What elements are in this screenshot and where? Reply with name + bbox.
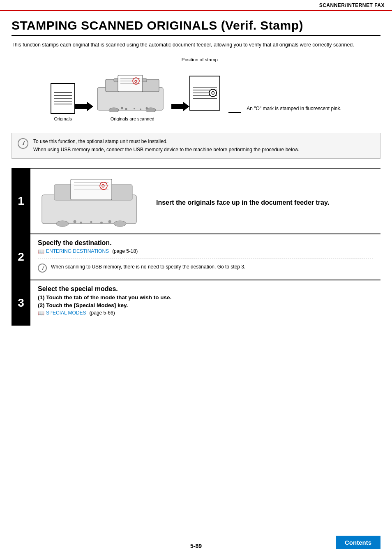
originals-label: Originals [54,116,71,121]
step-3-sub1: (1) Touch the tab of the mode that you w… [38,294,373,301]
step-1-content: O Insert the originals face up in the do… [30,169,380,234]
svg-marker-17 [171,102,189,111]
note-bullet-2: When using USB memory mode, connect the … [33,146,300,154]
note-bullet-1: To use this function, the optional stamp… [33,137,300,146]
svg-point-31 [100,222,103,224]
step-1-text: Insert the originals face up in the docu… [156,174,329,228]
intro-text: This function stamps each original that … [12,41,380,49]
step-3-sub2: (2) Touch the [Special Modes] key. [38,302,373,308]
step-2-block: 2 Specify the destination. 📖 ENTERING DE… [12,234,380,280]
step-3-link-text: SPECIAL MODES [46,310,86,316]
svg-point-32 [108,220,111,223]
step-2-inner: Specify the destination. 📖 ENTERING DEST… [30,234,380,280]
stamp-note: An "O" mark is stamped in fluorescent pi… [228,112,341,121]
step-1-number: 1 [12,169,30,234]
svg-text:O: O [134,79,137,83]
step-1-image: O [38,174,149,228]
step-2-link-suffix: (page 5-18) [112,248,138,254]
sub-note-text-2: When scanning to USB memory, there is no… [51,263,245,271]
header: SCANNER/INTERNET FAX [0,0,392,11]
stamp-note-text: An "O" mark is stamped in fluorescent pi… [247,105,341,112]
step-2-title: Specify the destination. [38,239,373,247]
svg-point-10 [109,108,119,112]
svg-point-29 [80,222,82,224]
footer: 5-89 Contents [0,527,392,555]
stamped-doc-col: O [189,76,220,121]
svg-point-12 [121,107,123,109]
svg-point-26 [56,221,69,227]
step-3-link-suffix: (page 5-66) [90,310,115,316]
svg-point-15 [140,109,141,110]
step-3-inner: Select the special modes. (1) Touch the … [30,280,380,326]
svg-text:O: O [101,184,105,188]
page-content: STAMPING SCANNED ORIGINALS (Verif. Stamp… [0,11,392,334]
diagram-wrapper: Originals [12,59,380,125]
svg-marker-0 [75,102,93,111]
dashed-divider-2 [38,259,373,259]
page-number: 5-89 [134,543,257,549]
step-2-number: 2 [12,234,30,280]
svg-point-16 [146,107,148,109]
scanner-svg: O [93,71,171,112]
svg-point-28 [74,220,76,223]
page-title: STAMPING SCANNED ORIGINALS (Verif. Stamp… [12,18,380,36]
step-2-link[interactable]: ENTERING DESTINATIONS (page 5-18) [46,248,138,254]
step-1-block: 1 O [12,168,380,234]
step-3-block: 3 Select the special modes. (1) Touch th… [12,280,380,326]
step-2-sub-note: 𝑖 When scanning to USB memory, there is … [38,263,373,273]
note-icon: 𝑖 [18,138,28,149]
book-icon-2: 📖 [38,248,44,254]
header-title: SCANNER/INTERNET FAX [319,2,385,8]
svg-point-30 [90,221,92,223]
note-box: 𝑖 To use this function, the optional sta… [12,133,380,159]
originals-scanned-label: Originals are scanned [111,116,154,121]
svg-point-27 [114,221,126,227]
scanner-col: O Originals are scanned [93,71,171,121]
step-3-number: 3 [12,280,30,326]
step-3-link[interactable]: SPECIAL MODES (page 5-66) [46,310,115,316]
sub-note-icon-2: 𝑖 [38,264,47,273]
arrow-1 [75,102,93,121]
step-3-title: Select the special modes. [38,285,373,293]
step-2-link-text: ENTERING DESTINATIONS [46,248,109,254]
book-icon-3: 📖 [38,310,44,316]
svg-point-13 [125,108,127,110]
note-text: To use this function, the optional stamp… [33,137,300,154]
originals-doc: Originals [51,83,75,121]
contents-button[interactable]: Contents [336,536,380,549]
svg-point-14 [134,108,135,109]
arrow-2 [171,102,189,121]
originals-icon [51,83,75,114]
